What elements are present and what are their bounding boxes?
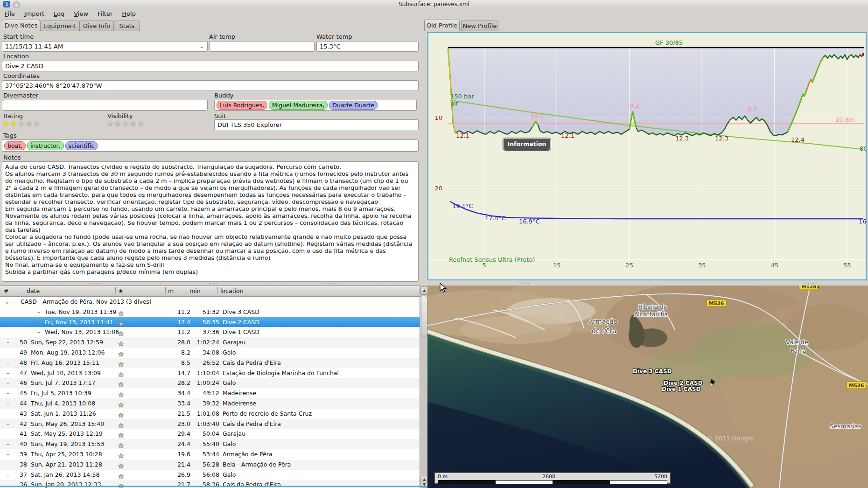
- column-header-5[interactable]: location: [220, 287, 244, 294]
- star-icon: ★: [118, 361, 125, 368]
- svg-text:10.8m: 10.8m: [835, 116, 855, 123]
- star-icon: ★: [118, 411, 125, 419]
- table-row[interactable]: –38Sun, Apr 21, 2013 11:28★★★★★21.456:28…: [0, 460, 420, 470]
- svg-text:air: air: [450, 100, 459, 107]
- menu-file[interactable]: File: [0, 8, 20, 19]
- expander-icon[interactable]: ⌄: [5, 298, 9, 305]
- air-temp-field[interactable]: [209, 41, 315, 52]
- visibility-stars[interactable]: ★★★★★: [107, 120, 145, 128]
- window-menu-icon[interactable]: [13, 1, 20, 8]
- map-label: Alcantarilha: [634, 311, 668, 318]
- svg-text:25: 25: [625, 262, 633, 269]
- tags-label: Tags: [3, 132, 17, 139]
- trip-row[interactable]: ⌄–CASD - Armação de Pêra, Nov 2013 (3 di…: [0, 297, 420, 307]
- star-icon: ★: [118, 391, 125, 398]
- table-row[interactable]: –44Thu, Jul 4, 2013 10:08★★★★★33.439:32M…: [0, 398, 420, 409]
- tab-equipment[interactable]: Equipment: [40, 21, 79, 31]
- location-label: Location: [3, 53, 29, 60]
- rating-stars[interactable]: ★★★★★: [3, 120, 41, 128]
- focus-line: [0, 486, 427, 487]
- column-header-1[interactable]: date: [27, 287, 40, 294]
- svg-text:12.3: 12.3: [675, 135, 689, 142]
- tag-pill[interactable]: instructor,: [27, 141, 63, 150]
- column-header-3[interactable]: m: [168, 287, 174, 294]
- scrollbar-thumb[interactable]: [421, 296, 427, 336]
- start-time-combo[interactable]: 11/15/13 11:41 AM ⌄: [2, 41, 208, 52]
- map-label: de Pêra: [592, 327, 616, 335]
- map-panel[interactable]: Armaçãode PêraRibeira deAlcantarilhaVale…: [427, 286, 868, 488]
- water-temp-field[interactable]: 15.3°C: [316, 41, 419, 52]
- table-row[interactable]: –43Sat, Jun 1, 2013 11:26★★★★★21.51:01:0…: [0, 409, 420, 419]
- svg-text:45: 45: [770, 262, 778, 269]
- visibility-label: Visibility: [107, 112, 133, 119]
- map-label: Ribeira de: [638, 304, 667, 310]
- star-icon: ★: [3, 119, 10, 128]
- table-row[interactable]: –42Sun, May 26, 2013 15:40★★★★★23.01:03:…: [0, 419, 420, 429]
- scale-left: 0 m: [438, 474, 448, 480]
- svg-text:12.4: 12.4: [791, 136, 805, 143]
- svg-text:12.1: 12.1: [561, 132, 574, 139]
- table-row[interactable]: –Tue, Nov 19, 2013 11:39★★★★★11.251:32Di…: [0, 307, 420, 317]
- buddy-field[interactable]: Luís Rodrigues,Miguel Madureira,Duarte D…: [214, 100, 417, 111]
- map-label: Dive 2 CASD: [664, 380, 702, 386]
- table-row[interactable]: –49Mon, Aug 19, 2013 12:06★★★★★8.234:08G…: [0, 348, 420, 358]
- table-row[interactable]: –Wed, Nov 13, 2013 11:06★★★★★11.237:36Di…: [0, 327, 420, 337]
- map-label: Armação: [588, 318, 617, 325]
- dive-profile-panel[interactable]: 12.112.112.312.312.410.59.19.710.8m19.1°…: [427, 32, 867, 280]
- map-scale-bar: 0 m 2600 5200: [434, 472, 671, 484]
- tags-field[interactable]: boat,instructor,scientific: [2, 139, 419, 152]
- menu-filter[interactable]: Filter: [93, 8, 117, 19]
- svg-text:GF 30/85: GF 30/85: [655, 39, 683, 46]
- tab-dive-notes[interactable]: Dive Notes: [2, 20, 40, 31]
- tab-stats[interactable]: Stats: [114, 21, 140, 31]
- column-header-4[interactable]: min: [189, 287, 201, 294]
- menu-import[interactable]: Import: [20, 8, 49, 19]
- menu-view[interactable]: View: [69, 8, 93, 19]
- table-row[interactable]: –48Fri, Aug 16, 2013 15:11★★★★★8.526:52C…: [0, 358, 420, 368]
- table-row[interactable]: –37Sat, Jan 26, 2013 14:58★★★★★26.956:08…: [0, 470, 420, 480]
- tab-new-profile[interactable]: New Profile: [461, 21, 498, 31]
- window-titlebar[interactable]: Subsurface: paneves.xml: [0, 0, 868, 8]
- table-row[interactable]: –41Sat, May 25, 2013 12:19★★★★★29.450:04…: [0, 429, 420, 439]
- tab-dive-info[interactable]: Dive Info: [79, 21, 114, 31]
- notes-field[interactable]: Aula do curso CASD. Transectos c/video e…: [2, 161, 419, 282]
- table-row[interactable]: –46Sun, Jul 7, 2013 17:17★★★★★28.21:00:2…: [0, 378, 420, 388]
- star-icon: ★: [118, 350, 125, 358]
- air-temp-label: Air temp: [209, 33, 235, 40]
- buddy-pill[interactable]: Duarte Duarte: [329, 101, 378, 110]
- divemaster-field[interactable]: [2, 100, 208, 111]
- menu-log[interactable]: Log: [49, 8, 69, 19]
- star-icon: ★: [118, 432, 125, 439]
- location-field[interactable]: Dive 2 CASD: [2, 61, 419, 71]
- star-icon: ★: [118, 340, 125, 348]
- tab-old-profile[interactable]: Old Profile: [424, 20, 460, 31]
- table-row[interactable]: –50Sun, Sep 22, 2013 12:59★★★★★28.01:02:…: [0, 337, 420, 348]
- coordinates-field[interactable]: 37°05'23.460"N 8°20'47.879"W: [2, 80, 419, 91]
- menu-help[interactable]: Help: [117, 8, 140, 19]
- table-row[interactable]: –47Wed, Jul 10, 2013 13:09★★★★★14.71:10:…: [0, 368, 420, 378]
- scroll-up-button[interactable]: ▲: [420, 286, 428, 295]
- dive-list-scrollbar[interactable]: ▲ ▲ ▼: [420, 286, 427, 488]
- information-tooltip[interactable]: Information: [503, 138, 551, 150]
- suit-field[interactable]: DUI TLS 350 Explorer: [214, 119, 419, 130]
- table-row[interactable]: –39Thu, Apr 25, 2013 10:28★★★★★19.653:44…: [0, 449, 420, 460]
- table-row[interactable]: –45Fri, Jul 5, 2013 10:39★★★★★34.443:12M…: [0, 388, 420, 398]
- map-label: Dive 1 CASD: [662, 386, 700, 392]
- table-row[interactable]: –Fri, Nov 15, 2013 11:41★★★★★12.456:35Di…: [0, 317, 420, 328]
- star-icon: ★: [118, 371, 125, 378]
- information-tooltip-label: Information: [508, 140, 546, 147]
- buddy-pill[interactable]: Miguel Madureira,: [269, 101, 328, 110]
- star-icon: ★: [118, 422, 125, 429]
- star-icon: ★: [122, 119, 130, 128]
- tag-pill[interactable]: scientific: [65, 141, 98, 150]
- tag-pill[interactable]: boat,: [4, 141, 26, 150]
- star-icon: ★: [118, 442, 125, 449]
- column-header-2[interactable]: ★: [118, 287, 123, 294]
- star-icon: ★: [118, 381, 125, 388]
- star-icon: ★: [10, 119, 18, 128]
- column-header-0[interactable]: #: [4, 287, 8, 294]
- buddy-pill[interactable]: Luís Rodrigues,: [217, 101, 267, 110]
- table-row[interactable]: –40Sun, May 19, 2013 15:53★★★★★24.455:40…: [0, 439, 420, 449]
- chevron-down-icon[interactable]: ⌄: [198, 42, 205, 51]
- dive-list-header[interactable]: #date★mminlocation: [0, 286, 420, 297]
